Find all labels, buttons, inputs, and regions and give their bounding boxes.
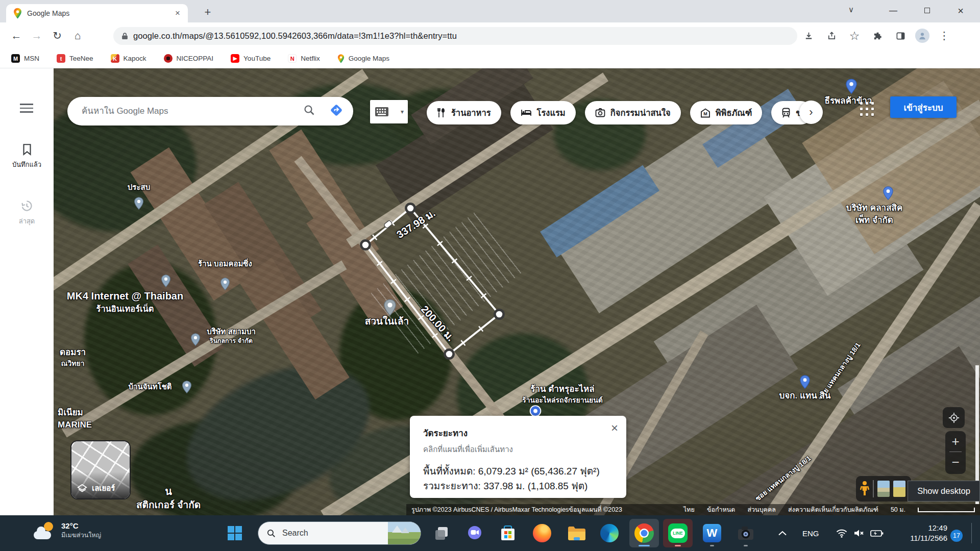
map-label[interactable]: บจก. แทน สิน	[779, 390, 831, 402]
map-pin[interactable]	[134, 197, 144, 212]
map-label[interactable]: ดอมราณวิทยา	[60, 346, 86, 368]
firefox-button[interactable]	[530, 521, 554, 545]
back-button[interactable]: ←	[6, 27, 27, 45]
map-label[interactable]: บริษัท สยามบารินกลการ จำกัด	[207, 326, 256, 345]
file-explorer-button[interactable]	[565, 521, 589, 545]
start-button[interactable]	[223, 521, 247, 545]
map-label[interactable]: บ้านจันทโชติ	[128, 381, 172, 392]
active-indicator	[639, 545, 650, 546]
chip-activities[interactable]: กิจกรรมน่าสนใจ	[585, 101, 681, 124]
tray-battery[interactable]	[870, 515, 884, 551]
input-tools-keyboard-button[interactable]: ▾	[370, 100, 408, 123]
netflix-favicon: N	[288, 54, 297, 63]
install-icon[interactable]	[800, 28, 817, 44]
bookmarks-bar: MMSN tTeeNee KKapock NICEOPPAI ▶YouTube …	[0, 49, 980, 68]
tray-wifi[interactable]	[836, 515, 847, 551]
reload-button[interactable]: ↻	[47, 27, 67, 45]
maps-search-bar[interactable]	[67, 97, 353, 126]
word-button[interactable]: W	[697, 519, 727, 547]
zoom-out-button[interactable]: −	[945, 452, 966, 472]
notification-count-badge[interactable]: 17	[950, 530, 963, 542]
map-label[interactable]: บริษัท คลาสสิคเพ็ท จำกัด	[846, 202, 903, 227]
tray-overflow-chevron[interactable]	[778, 515, 787, 551]
show-desktop-strip[interactable]	[971, 523, 972, 543]
bookmark-niceoppai[interactable]: NICEOPPAI	[164, 54, 214, 63]
minimize-button[interactable]: —	[879, 0, 908, 21]
extensions-puzzle-icon[interactable]	[869, 28, 886, 44]
pegman-icon[interactable]	[860, 481, 869, 497]
tray-clock[interactable]: 12:49 11/11/2566	[888, 515, 947, 551]
map-pin[interactable]	[182, 381, 192, 395]
line-app-button[interactable]: LINE	[663, 519, 693, 547]
bookmark-star-icon[interactable]: ☆	[846, 28, 863, 44]
tray-language[interactable]: ENG	[802, 515, 819, 551]
close-window-button[interactable]: ×	[946, 0, 975, 21]
map-label[interactable]: MK4 Internet @ Thaibanร้านอินเทอร์เน็ต	[67, 289, 183, 315]
bookmark-google-maps[interactable]: Google Maps	[337, 54, 389, 63]
bookmark-youtube[interactable]: ▶YouTube	[231, 54, 271, 63]
map-label[interactable]: นสติกเกอร์ จำกัด	[136, 484, 201, 512]
bookmark-teenee[interactable]: tTeeNee	[57, 54, 93, 63]
profile-avatar[interactable]	[915, 29, 929, 43]
bookmark-netflix[interactable]: NNetflix	[288, 54, 320, 63]
keyboard-dropdown-icon[interactable]: ▾	[401, 108, 404, 115]
forward-button[interactable]: →	[27, 27, 47, 45]
map-label[interactable]: สวนในเล้า	[365, 315, 409, 329]
chip-museums[interactable]: Mพิพิธภัณฑ์	[690, 101, 763, 124]
sidebar-item-recents[interactable]: ล่าสุด	[0, 199, 54, 227]
tab-search-chevron-icon[interactable]: ∨	[848, 5, 854, 14]
tab-google-maps[interactable]: Google Maps ×	[6, 4, 188, 22]
menu-hamburger-icon[interactable]	[16, 101, 37, 116]
chat-teams-button[interactable]	[463, 521, 486, 545]
map-label[interactable]: มิเนียมMARINE	[58, 407, 92, 431]
attribution-feedback[interactable]: ส่งความคิดเห็นเกี่ยวกับผลิตภัณฑ์	[788, 505, 878, 515]
layers-control[interactable]: เลเยอร์	[70, 440, 131, 499]
map-pin[interactable]	[191, 333, 201, 348]
taskbar-weather-widget[interactable]: 32°C มีเมฆส่วนใหญ่	[34, 521, 101, 540]
tab-close-icon[interactable]: ×	[173, 8, 183, 18]
search-icon[interactable]	[303, 104, 315, 118]
chrome-button-active[interactable]	[629, 519, 659, 547]
edge-button[interactable]	[598, 521, 621, 545]
task-view-button[interactable]	[430, 521, 453, 545]
popup-close-icon[interactable]: ×	[611, 421, 618, 435]
maximize-button[interactable]	[913, 0, 941, 21]
map-pin[interactable]	[220, 278, 230, 292]
map-canvas[interactable]: 337.98 ม. 200.00 ม. ประสบ ร้าน บอมคอมซิ่…	[54, 68, 980, 515]
map-pin[interactable]	[800, 375, 811, 391]
sign-in-button[interactable]: เข้าสู่ระบบ	[890, 96, 957, 118]
map-label[interactable]: ร้าน บอมคอมซิ่ง	[198, 258, 252, 269]
street-view-thumbnail[interactable]	[893, 481, 905, 497]
google-apps-grid-icon[interactable]	[859, 101, 875, 117]
map-pin[interactable]	[883, 186, 894, 202]
bookmark-kapock[interactable]: KKapock	[111, 54, 146, 63]
chip-restaurants[interactable]: ร้านอาหาร	[427, 101, 501, 124]
map-pin[interactable]	[846, 79, 857, 96]
new-tab-button[interactable]: +	[200, 5, 215, 20]
map-label[interactable]: ประสบ	[128, 182, 150, 192]
attribution-country[interactable]: ไทย	[683, 505, 695, 515]
taskbar-search-box[interactable]: Search	[258, 521, 421, 545]
attribution-privacy[interactable]: ส่วนบุคคล	[747, 505, 776, 515]
bookmark-msn[interactable]: MMSN	[11, 54, 39, 63]
browser-menu-kebab-icon[interactable]: ⋮	[936, 28, 952, 44]
zoom-in-button[interactable]: +	[945, 431, 966, 452]
microsoft-store-button[interactable]	[496, 521, 520, 545]
map-pin[interactable]	[161, 274, 171, 289]
directions-icon[interactable]	[329, 103, 344, 120]
attribution-terms[interactable]: ข้อกำหนด	[707, 505, 736, 515]
camera-app-button[interactable]	[731, 519, 761, 547]
home-button[interactable]: ⌂	[67, 27, 88, 45]
search-input[interactable]	[82, 106, 303, 116]
chip-hotels[interactable]: โรงแรม	[510, 101, 576, 124]
search-highlight-image[interactable]	[388, 521, 421, 545]
sidebar-item-saved[interactable]: บันทึกแล้ว	[0, 143, 54, 170]
street-view-thumbnail[interactable]	[877, 481, 890, 497]
tray-volume-muted[interactable]	[853, 515, 865, 551]
side-panel-icon[interactable]	[892, 28, 909, 44]
url-bar[interactable]: google.co.th/maps/@13.5610592,100.594260…	[113, 27, 797, 45]
map-label[interactable]: ร้าน ตำหรุอะไหล่ร้านอะไหล่รถจักรยานยนต์	[522, 383, 603, 405]
my-location-button[interactable]	[943, 407, 965, 428]
share-icon[interactable]	[823, 28, 840, 44]
chips-more-button[interactable]: ›	[799, 101, 823, 124]
